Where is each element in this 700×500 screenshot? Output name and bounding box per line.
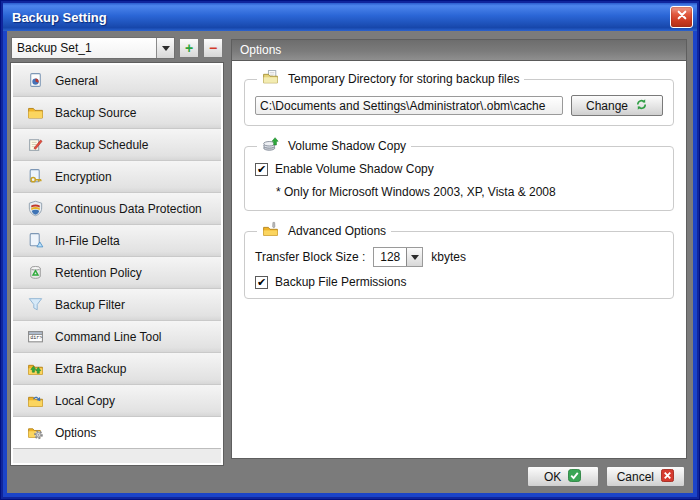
sidebar-item-label: Backup Filter xyxy=(55,298,125,312)
key-document-icon xyxy=(25,169,45,185)
recycle-bin-icon xyxy=(25,265,45,281)
plus-icon: + xyxy=(185,41,193,55)
sidebar-nav: General Backup Source Backup Schedule xyxy=(11,63,223,465)
folder-up-arrows-icon xyxy=(25,361,45,377)
sidebar-item-in-file-delta[interactable]: In-File Delta xyxy=(13,225,221,257)
shield-icon xyxy=(25,201,45,217)
ok-check-icon xyxy=(568,469,581,485)
advanced-options-group: Advanced Options Transfer Block Size : 1… xyxy=(244,221,674,299)
sidebar-item-local-copy[interactable]: Local Copy xyxy=(13,385,221,417)
transfer-block-label: Transfer Block Size : xyxy=(255,250,365,264)
vss-note: * Only for Microsoft Windows 2003, XP, V… xyxy=(276,185,663,199)
sidebar-item-options[interactable]: Options xyxy=(13,417,221,449)
transfer-block-row: Transfer Block Size : 128 kbytes xyxy=(255,247,663,267)
folder-page-icon xyxy=(262,69,279,89)
dialog-body: Backup Set_1 + − General xyxy=(7,31,693,493)
ok-button-label: OK xyxy=(544,470,561,484)
disks-arrow-icon xyxy=(262,136,279,156)
backup-file-permissions-label: Backup File Permissions xyxy=(275,275,406,289)
panel-content: Temporary Directory for storing backup f… xyxy=(232,61,686,458)
enable-vss-row: Enable Volume Shadow Copy xyxy=(255,162,663,176)
panel-header: Options xyxy=(232,40,686,61)
enable-vss-checkbox[interactable] xyxy=(255,163,268,176)
cancel-button-label: Cancel xyxy=(617,470,654,484)
sidebar-item-label: Backup Schedule xyxy=(55,138,148,152)
cancel-button[interactable]: Cancel xyxy=(606,466,685,487)
sidebar-empty-area xyxy=(13,449,221,463)
chevron-down-icon[interactable] xyxy=(156,38,174,58)
sidebar-item-command-line-tool[interactable]: dir> Command Line Tool xyxy=(13,321,221,353)
sidebar-item-continuous-data-protection[interactable]: Continuous Data Protection xyxy=(13,193,221,225)
change-button-label: Change xyxy=(586,99,628,113)
sidebar-item-backup-filter[interactable]: Backup Filter xyxy=(13,289,221,321)
volume-shadow-copy-title: Volume Shadow Copy xyxy=(288,139,406,153)
remove-backup-set-button[interactable]: − xyxy=(203,38,223,58)
temp-directory-group: Temporary Directory for storing backup f… xyxy=(244,69,674,126)
advanced-options-title: Advanced Options xyxy=(288,224,386,238)
sidebar-item-general[interactable]: General xyxy=(13,65,221,97)
notepad-pencil-icon xyxy=(25,137,45,153)
sidebar-item-label: Encryption xyxy=(55,170,112,184)
transfer-block-combobox[interactable]: 128 xyxy=(373,247,423,267)
transfer-block-value: 128 xyxy=(374,248,406,266)
sidebar-item-backup-schedule[interactable]: Backup Schedule xyxy=(13,129,221,161)
volume-shadow-copy-group: Volume Shadow Copy Enable Volume Shadow … xyxy=(244,136,674,211)
temp-directory-input[interactable] xyxy=(255,96,563,115)
window-title: Backup Setting xyxy=(3,10,107,25)
sidebar-item-label: Options xyxy=(55,426,96,440)
ok-button[interactable]: OK xyxy=(527,466,599,487)
temp-directory-legend: Temporary Directory for storing backup f… xyxy=(257,69,524,89)
sidebar-item-label: Local Copy xyxy=(55,394,115,408)
chevron-down-icon[interactable] xyxy=(406,248,422,266)
close-button[interactable] xyxy=(670,6,693,28)
permissions-row: Backup File Permissions xyxy=(255,275,663,289)
minus-icon: − xyxy=(209,41,217,55)
backup-set-value: Backup Set_1 xyxy=(12,38,156,58)
backup-set-combobox[interactable]: Backup Set_1 xyxy=(11,37,175,59)
funnel-icon xyxy=(25,297,45,313)
sidebar-item-label: Extra Backup xyxy=(55,362,126,376)
backup-set-row: Backup Set_1 + − xyxy=(11,37,223,59)
cancel-x-icon xyxy=(661,469,674,485)
backup-file-permissions-checkbox[interactable] xyxy=(255,276,268,289)
panel-title: Options xyxy=(240,43,281,57)
footer-buttons: OK Cancel xyxy=(527,466,685,487)
sidebar-item-extra-backup[interactable]: Extra Backup xyxy=(13,353,221,385)
console-icon: dir> xyxy=(25,329,45,345)
sidebar-item-backup-source[interactable]: Backup Source xyxy=(13,97,221,129)
change-button[interactable]: Change xyxy=(571,95,663,116)
sidebar-item-encryption[interactable]: Encryption xyxy=(13,161,221,193)
folder-icon xyxy=(25,105,45,121)
folder-copy-icon xyxy=(25,393,45,409)
enable-vss-label: Enable Volume Shadow Copy xyxy=(275,162,434,176)
volume-shadow-copy-legend: Volume Shadow Copy xyxy=(257,136,411,156)
sidebar-item-label: General xyxy=(55,74,98,88)
options-panel: Options Temporary Directory for storing … xyxy=(231,39,687,459)
close-icon xyxy=(675,8,689,26)
delta-document-icon xyxy=(25,233,45,249)
window-titlebar: Backup Setting xyxy=(3,3,697,31)
sidebar-item-label: Retention Policy xyxy=(55,266,142,280)
transfer-block-unit: kbytes xyxy=(431,250,466,264)
advanced-options-legend: Advanced Options xyxy=(257,221,391,241)
sidebar-item-retention-policy[interactable]: Retention Policy xyxy=(13,257,221,289)
backup-setting-dialog: Backup Setting Backup Set_1 + − xyxy=(0,0,700,500)
add-backup-set-button[interactable]: + xyxy=(179,38,199,58)
document-chart-icon xyxy=(25,73,45,89)
svg-text:dir>: dir> xyxy=(30,335,42,341)
sidebar-item-label: Command Line Tool xyxy=(55,330,162,344)
temp-directory-row: Change xyxy=(255,95,663,116)
sidebar-item-label: Continuous Data Protection xyxy=(55,202,202,216)
sidebar: Backup Set_1 + − General xyxy=(11,37,223,465)
refresh-icon xyxy=(635,98,648,114)
folder-gear-icon xyxy=(25,425,45,441)
sidebar-item-label: Backup Source xyxy=(55,106,136,120)
sidebar-item-label: In-File Delta xyxy=(55,234,120,248)
folder-tool-icon xyxy=(262,221,279,241)
temp-directory-title: Temporary Directory for storing backup f… xyxy=(288,72,519,86)
